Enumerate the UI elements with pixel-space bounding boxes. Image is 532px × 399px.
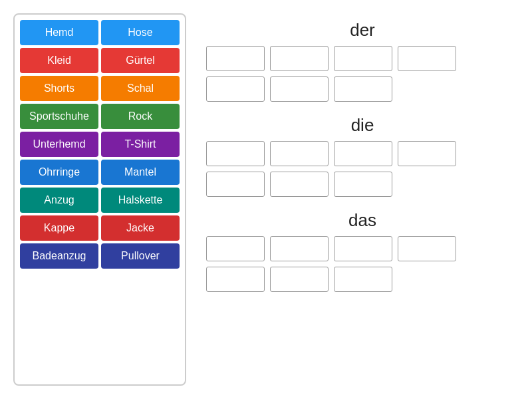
drop-box[interactable] (206, 76, 265, 102)
drop-row-der-0 (206, 46, 519, 71)
drop-row-das-1 (206, 267, 519, 292)
category-section-das: das (206, 210, 519, 292)
drop-box[interactable] (398, 141, 456, 166)
drop-row-die-1 (206, 172, 519, 197)
word-tile[interactable]: Schal (101, 76, 180, 101)
drop-box[interactable] (206, 141, 265, 166)
drop-box[interactable] (206, 267, 265, 292)
word-tile[interactable]: Rock (101, 104, 180, 129)
word-tile[interactable]: Anzug (20, 188, 98, 213)
drop-box[interactable] (334, 267, 392, 292)
drop-row-das-0 (206, 236, 519, 261)
drop-box[interactable] (270, 141, 329, 166)
main-container: HemdHoseKleidGürtelShortsSchalSportschuh… (13, 13, 519, 386)
drop-box[interactable] (334, 172, 392, 197)
drop-box[interactable] (206, 172, 265, 197)
word-tile[interactable]: Sportschuhe (20, 104, 98, 129)
drop-box[interactable] (270, 267, 329, 292)
drop-box[interactable] (398, 46, 456, 71)
word-tile[interactable]: Ohrringe (20, 160, 98, 185)
drop-row-die-0 (206, 141, 519, 166)
drop-panel: derdiedas (206, 13, 519, 386)
drop-box[interactable] (206, 46, 265, 71)
drop-box[interactable] (270, 46, 329, 71)
drop-box[interactable] (334, 76, 392, 102)
drop-box[interactable] (270, 172, 329, 197)
drop-box[interactable] (398, 236, 456, 261)
category-section-der: der (206, 20, 519, 102)
word-tile[interactable]: Hemd (20, 20, 98, 45)
word-tile[interactable]: Halskette (101, 188, 180, 213)
word-tile[interactable]: T-Shirt (101, 132, 180, 157)
drop-box[interactable] (334, 46, 392, 71)
word-tile[interactable]: Jacke (101, 215, 180, 241)
drop-row-der-1 (206, 76, 519, 102)
word-tile[interactable]: Gürtel (101, 48, 180, 73)
category-label-die: die (206, 115, 519, 136)
word-tile[interactable]: Unterhemd (20, 132, 98, 157)
word-tile[interactable]: Shorts (20, 76, 98, 101)
drop-box[interactable] (334, 236, 392, 261)
word-tile[interactable]: Pullover (101, 243, 180, 269)
word-tile[interactable]: Kleid (20, 48, 98, 73)
drop-box[interactable] (334, 141, 392, 166)
drop-box[interactable] (270, 236, 329, 261)
drop-box[interactable] (206, 236, 265, 261)
word-tile[interactable]: Badeanzug (20, 243, 98, 269)
drop-box[interactable] (270, 76, 329, 102)
word-tile[interactable]: Mantel (101, 160, 180, 185)
category-label-das: das (206, 210, 519, 231)
category-label-der: der (206, 20, 519, 41)
category-section-die: die (206, 115, 519, 197)
word-tile[interactable]: Kappe (20, 215, 98, 241)
word-tile[interactable]: Hose (101, 20, 180, 45)
word-bank: HemdHoseKleidGürtelShortsSchalSportschuh… (13, 13, 186, 386)
